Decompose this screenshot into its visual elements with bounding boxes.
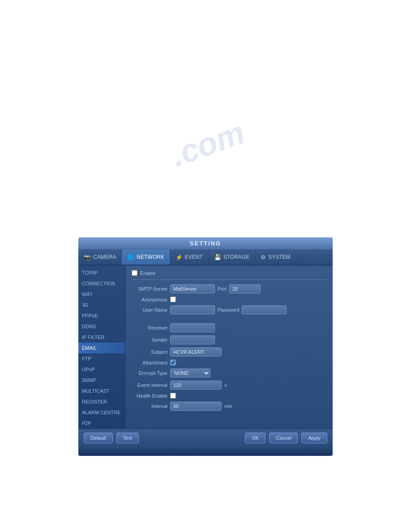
username-label: User Name xyxy=(132,307,167,313)
attachment-checkbox[interactable] xyxy=(170,360,176,365)
sender-input[interactable] xyxy=(170,335,215,344)
enable-checkbox[interactable] xyxy=(132,270,137,276)
enable-label: Enable xyxy=(140,270,155,276)
interval-row: Interval min xyxy=(132,402,326,411)
health-enable-checkbox[interactable] xyxy=(170,393,176,399)
system-icon xyxy=(261,254,266,261)
port-label: Port xyxy=(218,286,227,292)
storage-icon xyxy=(214,254,221,261)
settings-dialog: SETTING CAMERA NETWORK EVENT STORAGE SYS… xyxy=(78,237,333,456)
tab-bar: CAMERA NETWORK EVENT STORAGE SYSTEM xyxy=(78,249,333,266)
sender-label: Sender xyxy=(132,337,167,343)
subject-label: Subject xyxy=(132,349,167,355)
sidebar-item-p2p[interactable]: P2P xyxy=(78,418,125,429)
divider xyxy=(132,279,326,280)
bottom-bar xyxy=(78,447,333,456)
receiver-label: Receiver xyxy=(132,325,167,330)
test-button[interactable]: Test xyxy=(116,433,139,443)
watermark: .com xyxy=(166,114,249,174)
sidebar-item-multicast[interactable]: MULTICAST xyxy=(78,386,125,396)
event-icon xyxy=(176,254,183,261)
event-interval-row: Event Interval s xyxy=(132,381,326,390)
tab-network[interactable]: NETWORK xyxy=(122,249,170,265)
port-input[interactable] xyxy=(229,284,261,293)
email-settings-panel: Enable SMTP Server Port Anonymous xyxy=(125,266,333,429)
anonymous-checkbox[interactable] xyxy=(170,296,176,302)
health-enable-row: Health Enable xyxy=(132,393,326,399)
sidebar-item-snmp[interactable]: SNMP xyxy=(78,375,125,386)
tab-camera[interactable]: CAMERA xyxy=(78,249,122,265)
dialog-title: SETTING xyxy=(78,237,333,249)
sidebar-item-alarm-centre[interactable]: ALARM CENTRE xyxy=(78,407,125,418)
sidebar: TCP/IP CONNECTION WiFI 3G PPPoE DDNS IP … xyxy=(78,266,125,429)
anonymous-label: Anonymous xyxy=(132,297,167,302)
ok-button[interactable]: OK xyxy=(245,433,265,443)
receiver-row: Receiver xyxy=(132,323,326,332)
cancel-button[interactable]: Cancel xyxy=(269,433,298,443)
tab-camera-label: CAMERA xyxy=(93,254,116,260)
tab-storage[interactable]: STORAGE xyxy=(209,249,255,265)
event-interval-unit: s xyxy=(224,382,227,388)
attachment-row: Attachment xyxy=(132,360,326,365)
interval-unit: min xyxy=(224,403,232,409)
interval-input[interactable] xyxy=(170,402,222,411)
health-enable-label: Health Enable xyxy=(132,393,167,399)
encrypt-type-row: Encrypt Type NONE SSL TLS xyxy=(132,369,326,378)
enable-row: Enable xyxy=(132,270,326,276)
tab-event-label: EVENT xyxy=(185,254,203,260)
tab-network-label: NETWORK xyxy=(137,254,164,260)
main-content: TCP/IP CONNECTION WiFI 3G PPPoE DDNS IP … xyxy=(78,266,333,429)
subject-row: Subject xyxy=(132,348,326,356)
network-icon xyxy=(127,254,134,261)
smtp-server-label: SMTP Server xyxy=(132,286,167,292)
tab-event[interactable]: EVENT xyxy=(170,249,209,265)
tab-system[interactable]: SYSTEM xyxy=(255,249,296,265)
sidebar-item-ftp[interactable]: FTP xyxy=(78,353,125,364)
camera-icon xyxy=(84,254,91,261)
sidebar-item-pppoe[interactable]: PPPoE xyxy=(78,310,125,321)
form-section: SMTP Server Port Anonymous User Name Pas… xyxy=(132,284,326,411)
sidebar-item-ip-filter[interactable]: IP FILTER xyxy=(78,332,125,343)
sender-row: Sender xyxy=(132,335,326,344)
sidebar-item-ddns[interactable]: DDNS xyxy=(78,321,125,332)
interval-label: Interval xyxy=(132,403,167,409)
encrypt-type-label: Encrypt Type xyxy=(132,370,167,376)
anonymous-row: Anonymous xyxy=(132,296,326,302)
apply-button[interactable]: Apply xyxy=(301,433,327,443)
subject-input[interactable] xyxy=(170,348,222,356)
attachment-label: Attachment xyxy=(132,360,167,365)
sidebar-item-email[interactable]: EMAIL xyxy=(78,343,125,353)
smtp-row: SMTP Server Port xyxy=(132,284,326,293)
sidebar-item-connection[interactable]: CONNECTION xyxy=(78,278,125,289)
smtp-server-input[interactable] xyxy=(170,284,215,293)
username-input[interactable] xyxy=(170,305,215,314)
password-input[interactable] xyxy=(242,305,287,314)
sidebar-item-wifi[interactable]: WiFI xyxy=(78,289,125,300)
sidebar-item-upnp[interactable]: UPnP xyxy=(78,364,125,375)
sidebar-item-tcp-ip[interactable]: TCP/IP xyxy=(78,267,125,278)
credentials-row: User Name Password xyxy=(132,305,326,314)
event-interval-label: Event Interval xyxy=(132,382,167,388)
tab-system-label: SYSTEM xyxy=(268,254,290,260)
event-interval-input[interactable] xyxy=(170,381,222,390)
tab-storage-label: STORAGE xyxy=(223,254,249,260)
sidebar-item-3g[interactable]: 3G xyxy=(78,300,125,310)
receiver-input[interactable] xyxy=(170,323,215,332)
encrypt-type-select[interactable]: NONE SSL TLS xyxy=(170,369,210,378)
password-label: Password xyxy=(218,307,239,313)
button-bar: Default Test OK Cancel Apply xyxy=(78,429,333,447)
sidebar-item-register[interactable]: REGISTER xyxy=(78,396,125,407)
default-button[interactable]: Default xyxy=(84,433,113,443)
